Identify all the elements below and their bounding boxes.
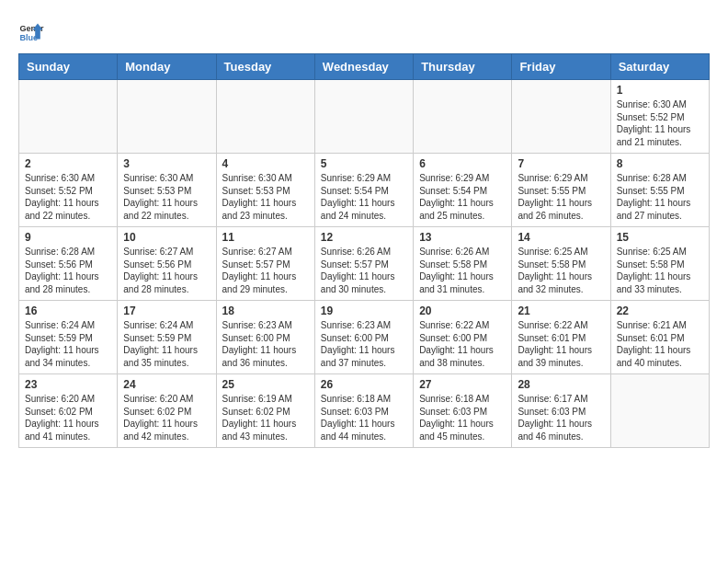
calendar-cell: 13Sunrise: 6:26 AM Sunset: 5:58 PM Dayli… (414, 227, 512, 301)
calendar-cell: 27Sunrise: 6:18 AM Sunset: 6:03 PM Dayli… (414, 374, 512, 448)
calendar-cell: 21Sunrise: 6:22 AM Sunset: 6:01 PM Dayli… (512, 301, 610, 374)
day-number: 24 (123, 378, 210, 391)
day-number: 21 (518, 304, 604, 317)
calendar-cell: 25Sunrise: 6:19 AM Sunset: 6:02 PM Dayli… (216, 374, 314, 448)
day-number: 8 (617, 157, 703, 170)
calendar-cell: 5Sunrise: 6:29 AM Sunset: 5:54 PM Daylig… (314, 154, 413, 227)
calendar-cell: 4Sunrise: 6:30 AM Sunset: 5:53 PM Daylig… (216, 154, 314, 227)
day-info: Sunrise: 6:30 AM Sunset: 5:53 PM Dayligh… (123, 172, 210, 222)
day-info: Sunrise: 6:25 AM Sunset: 5:58 PM Dayligh… (518, 246, 604, 295)
day-info: Sunrise: 6:18 AM Sunset: 6:03 PM Dayligh… (419, 393, 506, 442)
day-info: Sunrise: 6:28 AM Sunset: 5:56 PM Dayligh… (25, 246, 111, 295)
calendar-week-row: 1Sunrise: 6:30 AM Sunset: 5:52 PM Daylig… (19, 80, 710, 154)
calendar-cell (414, 80, 512, 154)
calendar-cell: 24Sunrise: 6:20 AM Sunset: 6:02 PM Dayli… (118, 374, 216, 448)
calendar-cell (314, 80, 413, 154)
calendar-cell: 28Sunrise: 6:17 AM Sunset: 6:03 PM Dayli… (512, 374, 610, 448)
day-info: Sunrise: 6:20 AM Sunset: 6:02 PM Dayligh… (25, 393, 111, 442)
day-number: 19 (321, 304, 407, 317)
calendar-week-row: 2Sunrise: 6:30 AM Sunset: 5:52 PM Daylig… (19, 154, 710, 227)
logo: General Blue (18, 18, 48, 44)
day-info: Sunrise: 6:17 AM Sunset: 6:03 PM Dayligh… (518, 393, 604, 442)
calendar-cell: 11Sunrise: 6:27 AM Sunset: 5:57 PM Dayli… (216, 227, 314, 301)
day-number: 22 (617, 304, 703, 317)
day-number: 12 (321, 231, 407, 244)
day-number: 3 (123, 157, 210, 170)
day-number: 6 (419, 157, 506, 170)
calendar-header-sunday: Sunday (19, 54, 118, 80)
svg-text:Blue: Blue (19, 33, 38, 42)
calendar-cell: 18Sunrise: 6:23 AM Sunset: 6:00 PM Dayli… (216, 301, 314, 374)
day-info: Sunrise: 6:22 AM Sunset: 6:01 PM Dayligh… (518, 319, 604, 369)
day-number: 23 (25, 378, 111, 391)
calendar-cell: 14Sunrise: 6:25 AM Sunset: 5:58 PM Dayli… (512, 227, 610, 301)
calendar-header-monday: Monday (118, 54, 216, 80)
calendar-cell: 19Sunrise: 6:23 AM Sunset: 6:00 PM Dayli… (314, 301, 413, 374)
day-info: Sunrise: 6:26 AM Sunset: 5:58 PM Dayligh… (419, 246, 506, 295)
calendar-header-friday: Friday (512, 54, 610, 80)
day-number: 15 (617, 231, 703, 244)
calendar-cell (118, 80, 216, 154)
calendar-cell (512, 80, 610, 154)
calendar-header-tuesday: Tuesday (216, 54, 314, 80)
calendar-cell: 10Sunrise: 6:27 AM Sunset: 5:56 PM Dayli… (118, 227, 216, 301)
day-number: 7 (518, 157, 604, 170)
day-info: Sunrise: 6:29 AM Sunset: 5:55 PM Dayligh… (518, 172, 604, 222)
day-number: 17 (123, 304, 210, 317)
day-number: 2 (25, 157, 111, 170)
calendar-cell: 26Sunrise: 6:18 AM Sunset: 6:03 PM Dayli… (314, 374, 413, 448)
calendar-cell (216, 80, 314, 154)
day-info: Sunrise: 6:23 AM Sunset: 6:00 PM Dayligh… (321, 319, 407, 369)
calendar-week-row: 9Sunrise: 6:28 AM Sunset: 5:56 PM Daylig… (19, 227, 710, 301)
day-number: 1 (617, 84, 703, 97)
day-number: 13 (419, 231, 506, 244)
day-info: Sunrise: 6:22 AM Sunset: 6:00 PM Dayligh… (419, 319, 506, 369)
day-number: 18 (222, 304, 309, 317)
calendar-cell: 8Sunrise: 6:28 AM Sunset: 5:55 PM Daylig… (610, 154, 709, 227)
calendar-header-wednesday: Wednesday (314, 54, 413, 80)
page-header: General Blue (18, 18, 710, 44)
day-info: Sunrise: 6:21 AM Sunset: 6:01 PM Dayligh… (617, 319, 703, 369)
day-info: Sunrise: 6:24 AM Sunset: 5:59 PM Dayligh… (123, 319, 210, 369)
day-number: 5 (321, 157, 407, 170)
calendar-cell (610, 374, 709, 448)
logo-icon: General Blue (18, 18, 44, 44)
day-number: 4 (222, 157, 309, 170)
calendar-cell: 9Sunrise: 6:28 AM Sunset: 5:56 PM Daylig… (19, 227, 118, 301)
calendar-header-thursday: Thursday (414, 54, 512, 80)
calendar-cell: 22Sunrise: 6:21 AM Sunset: 6:01 PM Dayli… (610, 301, 709, 374)
calendar-cell: 6Sunrise: 6:29 AM Sunset: 5:54 PM Daylig… (414, 154, 512, 227)
day-info: Sunrise: 6:27 AM Sunset: 5:57 PM Dayligh… (222, 246, 309, 295)
day-info: Sunrise: 6:18 AM Sunset: 6:03 PM Dayligh… (321, 393, 407, 442)
day-info: Sunrise: 6:24 AM Sunset: 5:59 PM Dayligh… (25, 319, 111, 369)
calendar-header-saturday: Saturday (610, 54, 709, 80)
calendar-cell: 12Sunrise: 6:26 AM Sunset: 5:57 PM Dayli… (314, 227, 413, 301)
day-number: 16 (25, 304, 111, 317)
calendar-cell (19, 80, 118, 154)
day-number: 20 (419, 304, 506, 317)
day-number: 11 (222, 231, 309, 244)
day-info: Sunrise: 6:28 AM Sunset: 5:55 PM Dayligh… (617, 172, 703, 222)
day-info: Sunrise: 6:23 AM Sunset: 6:00 PM Dayligh… (222, 319, 309, 369)
day-info: Sunrise: 6:30 AM Sunset: 5:53 PM Dayligh… (222, 172, 309, 222)
calendar-cell: 2Sunrise: 6:30 AM Sunset: 5:52 PM Daylig… (19, 154, 118, 227)
calendar-cell: 16Sunrise: 6:24 AM Sunset: 5:59 PM Dayli… (19, 301, 118, 374)
day-number: 10 (123, 231, 210, 244)
calendar-week-row: 16Sunrise: 6:24 AM Sunset: 5:59 PM Dayli… (19, 301, 710, 374)
day-number: 27 (419, 378, 506, 391)
day-info: Sunrise: 6:19 AM Sunset: 6:02 PM Dayligh… (222, 393, 309, 442)
day-info: Sunrise: 6:30 AM Sunset: 5:52 PM Dayligh… (617, 98, 703, 148)
day-info: Sunrise: 6:29 AM Sunset: 5:54 PM Dayligh… (321, 172, 407, 222)
calendar-table: SundayMondayTuesdayWednesdayThursdayFrid… (18, 53, 710, 448)
day-number: 9 (25, 231, 111, 244)
calendar-cell: 3Sunrise: 6:30 AM Sunset: 5:53 PM Daylig… (118, 154, 216, 227)
calendar-cell: 7Sunrise: 6:29 AM Sunset: 5:55 PM Daylig… (512, 154, 610, 227)
day-number: 14 (518, 231, 604, 244)
calendar-cell: 15Sunrise: 6:25 AM Sunset: 5:58 PM Dayli… (610, 227, 709, 301)
day-info: Sunrise: 6:30 AM Sunset: 5:52 PM Dayligh… (25, 172, 111, 222)
calendar-week-row: 23Sunrise: 6:20 AM Sunset: 6:02 PM Dayli… (19, 374, 710, 448)
day-info: Sunrise: 6:29 AM Sunset: 5:54 PM Dayligh… (419, 172, 506, 222)
day-info: Sunrise: 6:25 AM Sunset: 5:58 PM Dayligh… (617, 246, 703, 295)
calendar-cell: 1Sunrise: 6:30 AM Sunset: 5:52 PM Daylig… (610, 80, 709, 154)
day-info: Sunrise: 6:27 AM Sunset: 5:56 PM Dayligh… (123, 246, 210, 295)
